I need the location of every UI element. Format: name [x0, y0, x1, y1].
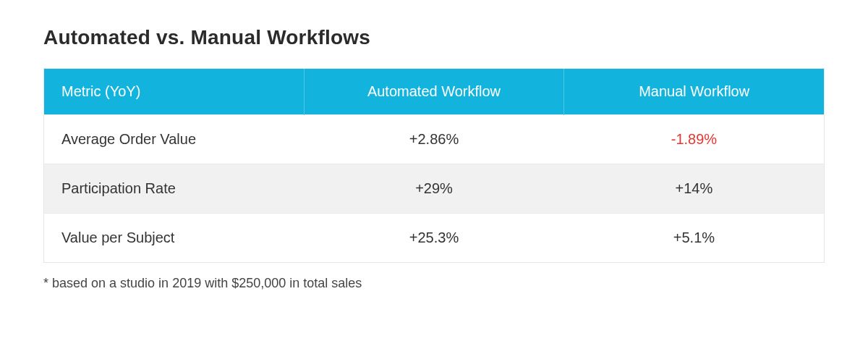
col-header-metric: Metric (YoY) — [44, 69, 305, 115]
manual-cell: +14% — [564, 164, 825, 214]
page-title: Automated vs. Manual Workflows — [43, 26, 825, 49]
manual-cell: +5.1% — [564, 214, 825, 263]
metric-cell: Average Order Value — [44, 115, 305, 164]
metric-cell: Value per Subject — [44, 214, 305, 263]
comparison-table: Metric (YoY) Automated Workflow Manual W… — [43, 68, 825, 263]
footnote: * based on a studio in 2019 with $250,00… — [43, 276, 825, 291]
manual-cell: -1.89% — [564, 115, 825, 164]
metric-cell: Participation Rate — [44, 164, 305, 214]
automated-cell: +2.86% — [304, 115, 564, 164]
col-header-automated: Automated Workflow — [304, 69, 564, 115]
automated-cell: +25.3% — [304, 214, 564, 263]
table-row: Average Order Value +2.86% -1.89% — [44, 115, 825, 164]
table-row: Value per Subject +25.3% +5.1% — [44, 214, 825, 263]
table-header-row: Metric (YoY) Automated Workflow Manual W… — [44, 69, 825, 115]
automated-cell: +29% — [304, 164, 564, 214]
col-header-manual: Manual Workflow — [564, 69, 825, 115]
table-row: Participation Rate +29% +14% — [44, 164, 825, 214]
